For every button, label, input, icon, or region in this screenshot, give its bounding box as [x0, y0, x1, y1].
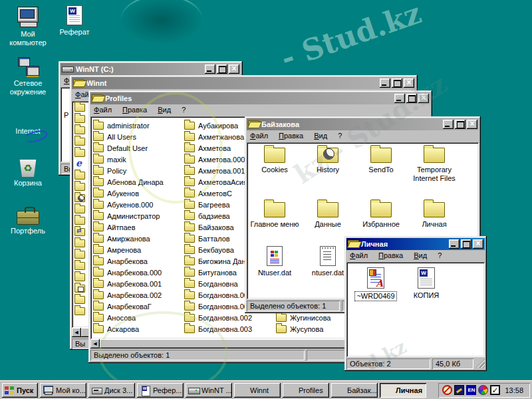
tray-icon[interactable] [442, 385, 452, 395]
maximize-button[interactable] [406, 94, 417, 103]
titlebar[interactable]: Байзакова [247, 118, 479, 130]
menu-item[interactable]: ? [182, 106, 186, 116]
folder-icon[interactable] [74, 149, 85, 157]
desktop-icon[interactable]: Сетевое окружение [4, 53, 52, 96]
folder-row[interactable]: Богдановна.001 [184, 301, 252, 312]
folder-icon[interactable] [74, 205, 85, 213]
folder-row[interactable]: Амиржанова [93, 233, 164, 244]
folder-icon[interactable] [74, 239, 85, 247]
menu-item[interactable]: Правка [122, 106, 147, 116]
folder-row[interactable]: Аносова [93, 312, 164, 323]
folder-row[interactable]: administrator [93, 120, 164, 131]
maximize-button[interactable] [392, 78, 402, 88]
folder-row[interactable]: Policy [93, 165, 164, 176]
folder-row[interactable]: Айтпаев [93, 221, 164, 233]
close-button[interactable] [467, 120, 477, 129]
desktop-icon[interactable]: Корзина [4, 153, 52, 188]
menu-item[interactable]: Вид [158, 106, 171, 116]
folder-row[interactable]: Батталов [184, 233, 252, 244]
menu-item[interactable]: Вид [314, 132, 327, 142]
tray-icon[interactable] [490, 385, 500, 395]
folder-item[interactable]: Данные [301, 202, 354, 229]
folder-row[interactable]: Богдановна.000 [184, 289, 252, 301]
folder-row[interactable]: Жугинисова [276, 312, 331, 323]
folder-icon[interactable] [74, 126, 85, 134]
folder-row[interactable]: АхметоваАсия [184, 176, 252, 188]
file-item[interactable]: ~WRD0469 [350, 267, 401, 301]
folder-row[interactable]: Администратор [93, 210, 164, 221]
close-button[interactable] [418, 94, 429, 103]
titlebar[interactable]: Profiles [90, 92, 430, 104]
folder-row[interactable]: Ахметова.000 [184, 154, 252, 165]
scroll-left-button[interactable]: ◀ [90, 339, 100, 348]
taskbar-window-button[interactable]: Мой ко... [40, 383, 86, 398]
folder-icon[interactable] [74, 183, 85, 191]
menu-item[interactable]: ? [438, 251, 442, 261]
folder-row[interactable]: Бигожина Дана [184, 255, 252, 267]
folder-icon[interactable] [74, 104, 85, 112]
minimize-button[interactable] [205, 65, 215, 74]
folder-item[interactable]: Cookies [248, 148, 301, 183]
folder-icon[interactable] [74, 251, 85, 259]
folder-item[interactable]: Избранное [354, 202, 408, 229]
folder-row[interactable]: Жусупова [276, 323, 331, 334]
folder-row[interactable]: Богдановна.003 [184, 323, 252, 334]
folder-row[interactable]: АнарбековаГ [93, 301, 164, 312]
minimize-button[interactable] [380, 78, 390, 88]
folder-item[interactable]: Личная [408, 202, 461, 229]
maximize-button[interactable] [217, 65, 227, 74]
menu-item[interactable]: Вид [414, 251, 427, 261]
menu-item[interactable]: ? [338, 132, 342, 142]
folder-icon[interactable] [74, 160, 85, 168]
taskbar-window-button[interactable]: Личная [380, 383, 426, 398]
menu-item[interactable]: Правка [279, 132, 303, 142]
folder-row[interactable]: бадзиева [184, 210, 252, 221]
desktop-icon-referat[interactable]: Реферат [53, 5, 96, 37]
taskbar-window-button[interactable]: WinNT ... [186, 383, 232, 398]
folder-row[interactable]: Ахметова.001 [184, 165, 252, 176]
folder-icon[interactable] [74, 138, 85, 146]
minimize-button[interactable] [443, 120, 454, 129]
folder-row[interactable]: maxik [93, 154, 164, 165]
folder-icon[interactable] [74, 262, 85, 270]
folder-row[interactable]: Аубакирова [184, 120, 252, 131]
folder-row[interactable]: Богдановна.002 [184, 312, 252, 323]
scrollbar-thumb[interactable] [100, 339, 362, 348]
close-button[interactable] [229, 65, 239, 74]
tray-icon[interactable] [454, 385, 464, 395]
close-button[interactable] [404, 78, 414, 88]
folder-row[interactable]: Анарбекова.002 [93, 289, 164, 301]
folder-row[interactable]: Абукенов [93, 188, 164, 199]
menu-item[interactable]: Правка [378, 251, 403, 261]
folder-row[interactable]: Байзакова [184, 221, 252, 233]
folder-item[interactable]: SendTo [354, 148, 408, 183]
file-item[interactable]: КОПИЯ [401, 267, 452, 301]
folder-icon[interactable] [74, 194, 85, 202]
folder-icon[interactable] [74, 217, 85, 225]
folder-row[interactable]: Анарбекова [93, 255, 164, 267]
menu-item[interactable]: Файл [350, 251, 368, 261]
folder-icon[interactable] [74, 115, 85, 123]
folder-item[interactable]: Temporary Internet Files [408, 148, 461, 183]
folder-row[interactable]: Ахметжанова [184, 131, 252, 142]
file-item[interactable]: Ntuser.dat [248, 246, 301, 277]
close-button[interactable] [473, 239, 483, 249]
taskbar-window-button[interactable]: Winnt [234, 383, 281, 398]
titlebar[interactable]: Личная [346, 238, 485, 250]
tray-icon[interactable]: EN [466, 385, 476, 395]
taskbar-window-button[interactable]: Profiles [283, 383, 329, 398]
menu-item[interactable]: Файл [94, 106, 112, 116]
folder-row[interactable]: Ахметова [184, 142, 252, 154]
folder-icon[interactable] [74, 307, 85, 315]
folder-row[interactable]: All Users [93, 131, 164, 142]
taskbar-window-button[interactable]: Рефер... [137, 383, 184, 398]
folder-row[interactable]: Бекбауова [184, 244, 252, 255]
folder-row[interactable]: Анарбекова.000 [93, 267, 164, 278]
maximize-button[interactable] [455, 120, 466, 129]
folder-icon[interactable] [74, 273, 85, 281]
taskbar-window-button[interactable]: Байзак... [331, 383, 378, 398]
folder-icon[interactable] [74, 172, 85, 180]
folder-row[interactable]: Default User [93, 142, 164, 154]
folder-row[interactable]: Абенова Динара [93, 176, 164, 188]
resize-grip[interactable] [475, 358, 485, 368]
